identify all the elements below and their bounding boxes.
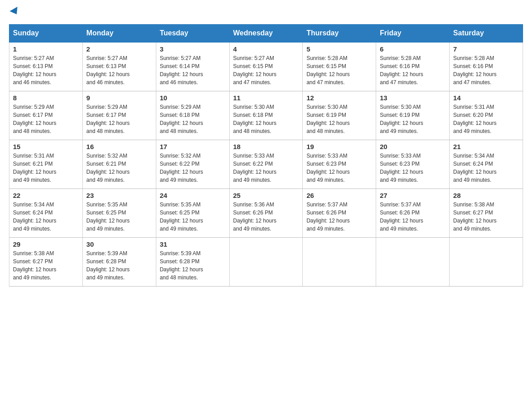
week-row-4: 22Sunrise: 5:34 AMSunset: 6:24 PMDayligh… bbox=[9, 189, 523, 238]
day-number: 4 bbox=[233, 45, 299, 53]
day-cell-25: 25Sunrise: 5:36 AMSunset: 6:26 PMDayligh… bbox=[229, 189, 303, 238]
day-cell-7: 7Sunrise: 5:28 AMSunset: 6:16 PMDaylight… bbox=[450, 42, 523, 91]
day-cell-18: 18Sunrise: 5:33 AMSunset: 6:22 PMDayligh… bbox=[229, 140, 303, 189]
weekday-header-thursday: Thursday bbox=[303, 25, 376, 43]
week-row-3: 15Sunrise: 5:31 AMSunset: 6:21 PMDayligh… bbox=[9, 140, 523, 189]
day-cell-19: 19Sunrise: 5:33 AMSunset: 6:23 PMDayligh… bbox=[303, 140, 376, 189]
day-cell-9: 9Sunrise: 5:29 AMSunset: 6:17 PMDaylight… bbox=[82, 91, 156, 140]
day-info: Sunrise: 5:38 AMSunset: 6:27 PMDaylight:… bbox=[453, 201, 519, 233]
day-number: 31 bbox=[160, 240, 226, 248]
day-info: Sunrise: 5:33 AMSunset: 6:22 PMDaylight:… bbox=[233, 152, 299, 184]
day-number: 19 bbox=[306, 143, 372, 150]
day-cell-11: 11Sunrise: 5:30 AMSunset: 6:18 PMDayligh… bbox=[229, 91, 303, 140]
day-cell-4: 4Sunrise: 5:27 AMSunset: 6:15 PMDaylight… bbox=[229, 42, 303, 91]
day-info: Sunrise: 5:27 AMSunset: 6:15 PMDaylight:… bbox=[233, 54, 299, 86]
day-number: 9 bbox=[86, 94, 152, 102]
day-info: Sunrise: 5:33 AMSunset: 6:23 PMDaylight:… bbox=[380, 152, 446, 184]
day-info: Sunrise: 5:37 AMSunset: 6:26 PMDaylight:… bbox=[306, 201, 372, 233]
day-number: 27 bbox=[380, 192, 446, 199]
day-number: 23 bbox=[86, 192, 152, 199]
weekday-header-monday: Monday bbox=[82, 25, 156, 43]
logo bbox=[9, 9, 19, 15]
weekday-header-saturday: Saturday bbox=[450, 25, 523, 43]
day-info: Sunrise: 5:30 AMSunset: 6:19 PMDaylight:… bbox=[380, 103, 446, 135]
day-cell-27: 27Sunrise: 5:37 AMSunset: 6:26 PMDayligh… bbox=[376, 189, 450, 238]
weekday-header-wednesday: Wednesday bbox=[229, 25, 303, 43]
day-number: 14 bbox=[453, 94, 519, 102]
week-row-1: 1Sunrise: 5:27 AMSunset: 6:13 PMDaylight… bbox=[9, 42, 523, 91]
day-number: 28 bbox=[453, 192, 519, 199]
day-number: 2 bbox=[86, 45, 152, 53]
day-info: Sunrise: 5:34 AMSunset: 6:24 PMDaylight:… bbox=[13, 201, 79, 233]
day-number: 29 bbox=[13, 240, 79, 248]
weekday-header-friday: Friday bbox=[376, 25, 450, 43]
day-info: Sunrise: 5:38 AMSunset: 6:27 PMDaylight:… bbox=[13, 249, 79, 282]
day-number: 8 bbox=[13, 94, 79, 102]
day-info: Sunrise: 5:27 AMSunset: 6:14 PMDaylight:… bbox=[160, 54, 226, 86]
day-cell-6: 6Sunrise: 5:28 AMSunset: 6:16 PMDaylight… bbox=[376, 42, 450, 91]
day-number: 15 bbox=[13, 143, 79, 150]
week-row-5: 29Sunrise: 5:38 AMSunset: 6:27 PMDayligh… bbox=[9, 238, 523, 287]
day-cell-21: 21Sunrise: 5:34 AMSunset: 6:24 PMDayligh… bbox=[450, 140, 523, 189]
day-info: Sunrise: 5:29 AMSunset: 6:18 PMDaylight:… bbox=[160, 103, 226, 135]
day-info: Sunrise: 5:31 AMSunset: 6:21 PMDaylight:… bbox=[13, 152, 79, 184]
day-info: Sunrise: 5:35 AMSunset: 6:25 PMDaylight:… bbox=[160, 201, 226, 233]
day-number: 21 bbox=[453, 143, 519, 150]
day-info: Sunrise: 5:29 AMSunset: 6:17 PMDaylight:… bbox=[13, 103, 79, 135]
day-info: Sunrise: 5:28 AMSunset: 6:16 PMDaylight:… bbox=[453, 54, 519, 86]
day-info: Sunrise: 5:28 AMSunset: 6:16 PMDaylight:… bbox=[380, 54, 446, 86]
day-cell-10: 10Sunrise: 5:29 AMSunset: 6:18 PMDayligh… bbox=[156, 91, 229, 140]
day-number: 16 bbox=[86, 143, 152, 150]
day-number: 1 bbox=[13, 45, 79, 53]
day-cell-1: 1Sunrise: 5:27 AMSunset: 6:13 PMDaylight… bbox=[9, 42, 83, 91]
day-number: 24 bbox=[160, 192, 226, 199]
day-cell-31: 31Sunrise: 5:39 AMSunset: 6:28 PMDayligh… bbox=[156, 238, 229, 287]
day-info: Sunrise: 5:32 AMSunset: 6:21 PMDaylight:… bbox=[86, 152, 152, 184]
day-cell-29: 29Sunrise: 5:38 AMSunset: 6:27 PMDayligh… bbox=[9, 238, 83, 287]
day-cell-30: 30Sunrise: 5:39 AMSunset: 6:28 PMDayligh… bbox=[82, 238, 156, 287]
day-cell-5: 5Sunrise: 5:28 AMSunset: 6:15 PMDaylight… bbox=[303, 42, 376, 91]
day-number: 11 bbox=[233, 94, 299, 102]
day-number: 5 bbox=[306, 45, 372, 53]
day-number: 3 bbox=[160, 45, 226, 53]
day-cell-8: 8Sunrise: 5:29 AMSunset: 6:17 PMDaylight… bbox=[9, 91, 83, 140]
day-number: 6 bbox=[380, 45, 446, 53]
day-info: Sunrise: 5:29 AMSunset: 6:17 PMDaylight:… bbox=[86, 103, 152, 135]
day-cell-12: 12Sunrise: 5:30 AMSunset: 6:19 PMDayligh… bbox=[303, 91, 376, 140]
empty-cell bbox=[229, 238, 303, 287]
day-info: Sunrise: 5:30 AMSunset: 6:19 PMDaylight:… bbox=[306, 103, 372, 135]
day-cell-20: 20Sunrise: 5:33 AMSunset: 6:23 PMDayligh… bbox=[376, 140, 450, 189]
day-number: 30 bbox=[86, 240, 152, 248]
weekday-header-row: SundayMondayTuesdayWednesdayThursdayFrid… bbox=[9, 25, 523, 43]
day-cell-17: 17Sunrise: 5:32 AMSunset: 6:22 PMDayligh… bbox=[156, 140, 229, 189]
day-info: Sunrise: 5:37 AMSunset: 6:26 PMDaylight:… bbox=[380, 201, 446, 233]
day-cell-23: 23Sunrise: 5:35 AMSunset: 6:25 PMDayligh… bbox=[82, 189, 156, 238]
day-cell-26: 26Sunrise: 5:37 AMSunset: 6:26 PMDayligh… bbox=[303, 189, 376, 238]
day-info: Sunrise: 5:39 AMSunset: 6:28 PMDaylight:… bbox=[160, 249, 226, 282]
day-info: Sunrise: 5:27 AMSunset: 6:13 PMDaylight:… bbox=[86, 54, 152, 86]
day-number: 18 bbox=[233, 143, 299, 150]
weekday-header-sunday: Sunday bbox=[9, 25, 83, 43]
page-header bbox=[9, 9, 523, 15]
day-cell-15: 15Sunrise: 5:31 AMSunset: 6:21 PMDayligh… bbox=[9, 140, 83, 189]
day-cell-3: 3Sunrise: 5:27 AMSunset: 6:14 PMDaylight… bbox=[156, 42, 229, 91]
day-cell-28: 28Sunrise: 5:38 AMSunset: 6:27 PMDayligh… bbox=[450, 189, 523, 238]
day-info: Sunrise: 5:33 AMSunset: 6:23 PMDaylight:… bbox=[306, 152, 372, 184]
week-row-2: 8Sunrise: 5:29 AMSunset: 6:17 PMDaylight… bbox=[9, 91, 523, 140]
empty-cell bbox=[376, 238, 450, 287]
calendar-table: SundayMondayTuesdayWednesdayThursdayFrid… bbox=[9, 24, 523, 287]
day-cell-22: 22Sunrise: 5:34 AMSunset: 6:24 PMDayligh… bbox=[9, 189, 83, 238]
day-cell-16: 16Sunrise: 5:32 AMSunset: 6:21 PMDayligh… bbox=[82, 140, 156, 189]
day-cell-2: 2Sunrise: 5:27 AMSunset: 6:13 PMDaylight… bbox=[82, 42, 156, 91]
day-number: 22 bbox=[13, 192, 79, 199]
day-number: 12 bbox=[306, 94, 372, 102]
day-number: 10 bbox=[160, 94, 226, 102]
day-cell-13: 13Sunrise: 5:30 AMSunset: 6:19 PMDayligh… bbox=[376, 91, 450, 140]
day-number: 25 bbox=[233, 192, 299, 199]
day-info: Sunrise: 5:36 AMSunset: 6:26 PMDaylight:… bbox=[233, 201, 299, 233]
day-info: Sunrise: 5:27 AMSunset: 6:13 PMDaylight:… bbox=[13, 54, 79, 86]
day-info: Sunrise: 5:28 AMSunset: 6:15 PMDaylight:… bbox=[306, 54, 372, 86]
day-info: Sunrise: 5:34 AMSunset: 6:24 PMDaylight:… bbox=[453, 152, 519, 184]
day-number: 7 bbox=[453, 45, 519, 53]
day-number: 26 bbox=[306, 192, 372, 199]
